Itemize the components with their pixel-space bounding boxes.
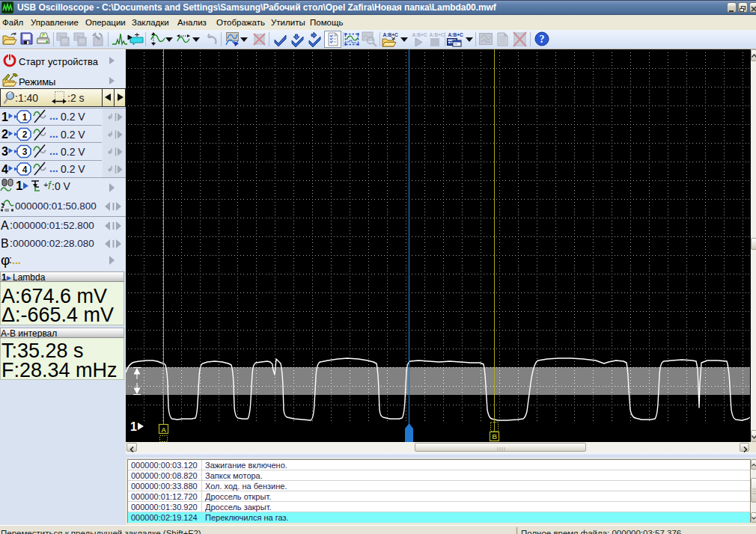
svg-text:...: ... bbox=[12, 254, 21, 266]
svg-text:000000:01:50.800: 000000:01:50.800 bbox=[15, 200, 97, 212]
svg-text:1: 1 bbox=[16, 179, 22, 193]
svg-text:3: 3 bbox=[1, 145, 8, 158]
svg-text:1: 1 bbox=[1, 111, 8, 123]
svg-text:A:B+C: A:B+C bbox=[430, 32, 445, 37]
svg-text:B: B bbox=[1, 237, 9, 250]
svg-text:0.2 V: 0.2 V bbox=[61, 163, 85, 175]
svg-text:A:B+C: A:B+C bbox=[448, 32, 464, 37]
svg-text:4: 4 bbox=[1, 163, 8, 176]
svg-text:B: B bbox=[492, 432, 497, 441]
svg-text:A:B+C: A:B+C bbox=[383, 32, 399, 37]
svg-text:1: 1 bbox=[22, 112, 28, 123]
svg-text:A: A bbox=[1, 219, 9, 232]
svg-text::0 V: :0 V bbox=[52, 180, 71, 192]
svg-text:2: 2 bbox=[1, 128, 8, 141]
svg-text:4: 4 bbox=[22, 165, 28, 175]
svg-text:...: ... bbox=[49, 145, 58, 157]
svg-text:0.2 V: 0.2 V bbox=[61, 111, 85, 123]
svg-text:...: ... bbox=[49, 162, 58, 174]
svg-text:...: ... bbox=[49, 110, 58, 122]
svg-text:...: ... bbox=[49, 128, 58, 140]
svg-text:3: 3 bbox=[22, 147, 28, 157]
svg-text:?: ? bbox=[540, 34, 545, 45]
svg-text:000000:02:28.080: 000000:02:28.080 bbox=[13, 238, 94, 249]
svg-text:0.2 V: 0.2 V bbox=[61, 129, 85, 141]
svg-text:A:B+C: A:B+C bbox=[412, 32, 428, 37]
svg-text:000000:01:52.800: 000000:01:52.800 bbox=[13, 220, 94, 231]
svg-text:1: 1 bbox=[130, 420, 137, 433]
svg-text:2: 2 bbox=[22, 129, 28, 140]
svg-text:A: A bbox=[161, 426, 166, 434]
svg-text:0.2 V: 0.2 V bbox=[61, 146, 85, 158]
